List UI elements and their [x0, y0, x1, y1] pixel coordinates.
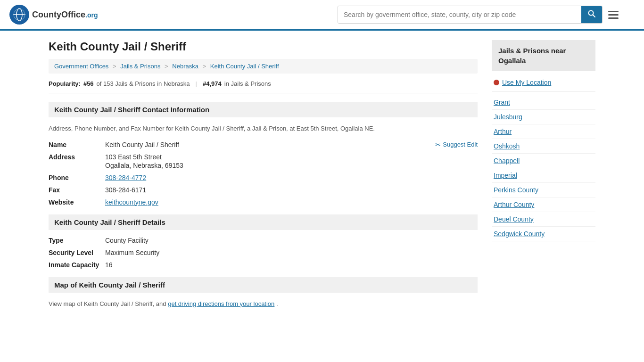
popularity-bar: Popularity: #56 of 153 Jails & Prisons i… — [49, 80, 478, 93]
content-area: Keith County Jail / Sheriff Government O… — [49, 40, 478, 308]
page-title: Keith County Jail / Sheriff — [49, 40, 478, 53]
breadcrumb-sep-2: > — [203, 63, 206, 70]
name-value-area: Keith County Jail / Sheriff ✂ Suggest Ed… — [105, 141, 478, 148]
contact-description: Address, Phone Number, and Fax Number fo… — [49, 124, 478, 133]
breadcrumb-link-3[interactable]: Keith County Jail / Sheriff — [210, 63, 279, 70]
sidebar-item-imperial: Imperial — [492, 168, 595, 183]
svg-line-5 — [593, 15, 595, 17]
address-label: Address — [49, 153, 105, 161]
breadcrumb: Government Offices > Jails & Prisons > N… — [49, 59, 478, 74]
popularity-label: Popularity: — [49, 80, 81, 87]
phone-row: Phone 308-284-4772 — [49, 174, 478, 181]
popularity-rank2: #4,974 — [203, 80, 222, 87]
sidebar-item-chappell: Chappell — [492, 154, 595, 168]
menu-bar-3 — [608, 17, 619, 19]
name-value: Keith County Jail / Sheriff — [105, 141, 435, 148]
suggest-edit-link[interactable]: ✂ Suggest Edit — [435, 141, 478, 148]
popularity-rank1-text: of 153 Jails & Prisons in Nebraska — [97, 80, 190, 87]
search-input[interactable] — [338, 6, 581, 23]
phone-value: 308-284-4772 — [105, 174, 478, 181]
contact-section-header: Keith County Jail / Sheriff Contact Info… — [49, 102, 478, 117]
capacity-label: Inmate Capacity — [49, 261, 105, 269]
search-area — [338, 6, 620, 24]
phone-label: Phone — [49, 174, 105, 181]
logo-area: CountyOffice.org — [9, 5, 98, 25]
menu-bar-2 — [608, 14, 619, 16]
capacity-row: Inmate Capacity 16 — [49, 261, 478, 269]
site-header: CountyOffice.org — [0, 0, 644, 31]
search-button[interactable] — [581, 6, 602, 23]
security-value: Maximum Security — [105, 249, 478, 256]
name-label: Name — [49, 141, 105, 148]
sidebar-item-julesburg: Julesburg — [492, 110, 595, 124]
map-description: View map of Keith County Jail / Sheriff,… — [49, 299, 478, 309]
breadcrumb-link-2[interactable]: Nebraska — [172, 63, 198, 70]
sidebar-item-sedgwick-county: Sedgwick County — [492, 227, 595, 241]
sidebar-item-grant: Grant — [492, 95, 595, 110]
website-value: keithcountyne.gov — [105, 198, 478, 206]
address-line2: Ogallala, Nebraska, 69153 — [105, 162, 478, 169]
sidebar-item-perkins-county: Perkins County — [492, 183, 595, 197]
address-value: 103 East 5th Street Ogallala, Nebraska, … — [105, 153, 478, 169]
map-directions-link[interactable]: get driving directions from your locatio… — [168, 300, 274, 307]
edit-icon: ✂ — [435, 141, 441, 148]
sidebar-item-oshkosh: Oshkosh — [492, 139, 595, 154]
logo-text: CountyOffice.org — [32, 10, 98, 20]
menu-button[interactable] — [606, 9, 620, 21]
type-value: County Facility — [105, 237, 478, 244]
map-section-header: Map of Keith County Jail / Sheriff — [49, 277, 478, 293]
sidebar: Jails & Prisons near Ogallala Use My Loc… — [492, 40, 595, 308]
map-desc-end: . — [276, 300, 278, 307]
website-row: Website keithcountyne.gov — [49, 198, 478, 206]
name-row: Name Keith County Jail / Sheriff ✂ Sugge… — [49, 141, 478, 148]
capacity-value: 16 — [105, 261, 478, 269]
location-dot-icon — [494, 80, 499, 85]
sidebar-item-deuel-county: Deuel County — [492, 212, 595, 227]
website-label: Website — [49, 198, 105, 206]
breadcrumb-link-1[interactable]: Jails & Prisons — [120, 63, 160, 70]
search-box — [338, 6, 603, 24]
details-table: Type County Facility Security Level Maxi… — [49, 237, 478, 269]
phone-link[interactable]: 308-284-4772 — [105, 174, 146, 181]
type-row: Type County Facility — [49, 237, 478, 244]
popularity-rank2-text: in Jails & Prisons — [224, 80, 271, 87]
suggest-edit-label: Suggest Edit — [443, 141, 478, 148]
address-line1: 103 East 5th Street — [105, 153, 478, 161]
popularity-rank1: #56 — [83, 80, 94, 87]
main-container: Keith County Jail / Sheriff Government O… — [39, 31, 605, 318]
sidebar-links: Grant Julesburg Arthur Oshkosh Chappell … — [492, 95, 595, 241]
address-row: Address 103 East 5th Street Ogallala, Ne… — [49, 153, 478, 169]
logo-icon — [9, 5, 29, 25]
security-label: Security Level — [49, 249, 105, 256]
details-section-header: Keith County Jail / Sheriff Details — [49, 214, 478, 230]
breadcrumb-sep-1: > — [165, 63, 168, 70]
use-location-row: Use My Location — [492, 76, 595, 91]
breadcrumb-sep-0: > — [113, 63, 116, 70]
map-desc-start: View map of Keith County Jail / Sheriff,… — [49, 300, 168, 307]
sidebar-item-arthur-county: Arthur County — [492, 197, 595, 212]
security-row: Security Level Maximum Security — [49, 249, 478, 256]
breadcrumb-link-0[interactable]: Government Offices — [54, 63, 108, 70]
website-link[interactable]: keithcountyne.gov — [105, 198, 158, 206]
sidebar-header: Jails & Prisons near Ogallala — [492, 40, 595, 71]
contact-table: Name Keith County Jail / Sheriff ✂ Sugge… — [49, 141, 478, 206]
type-label: Type — [49, 237, 105, 244]
use-location-link[interactable]: Use My Location — [502, 79, 551, 86]
fax-value: 308-284-6171 — [105, 186, 478, 194]
fax-row: Fax 308-284-6171 — [49, 186, 478, 194]
menu-bar-1 — [608, 11, 619, 12]
popularity-sep: | — [196, 80, 197, 87]
fax-label: Fax — [49, 186, 105, 194]
sidebar-item-arthur: Arthur — [492, 124, 595, 139]
